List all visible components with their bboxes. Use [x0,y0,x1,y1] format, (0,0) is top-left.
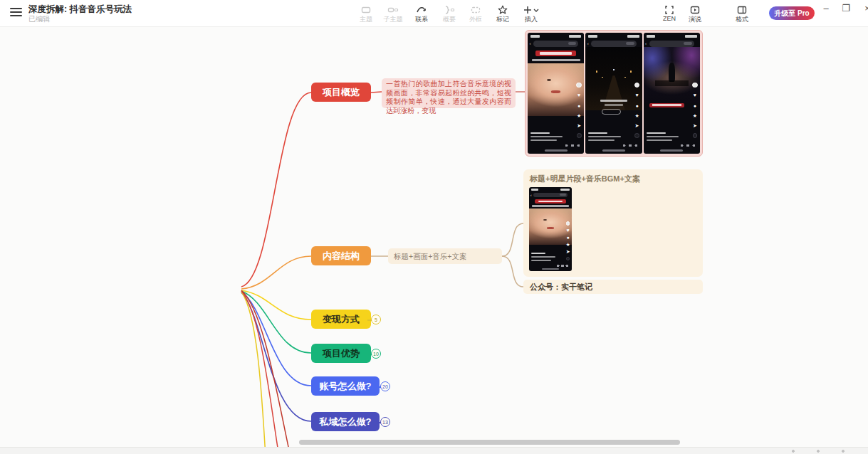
video-screenshot-2: ‹ ♥● ★➤ [585,33,642,154]
topic-structure[interactable]: 内容结构 [311,246,371,265]
zen-mode-icon [656,3,683,15]
toolbar-insert-button[interactable]: 插入 [518,3,545,24]
hamburger-menu-icon[interactable] [10,8,22,17]
bottom-status-bar [0,447,868,454]
star-marker-icon [489,3,516,15]
toolbar-topic-button[interactable]: 主题 [352,3,380,24]
avatar-icon [576,83,581,88]
toolbar-boundary-button[interactable]: 外框 [462,3,489,24]
topic-icon [352,3,380,15]
wechat-account-note[interactable]: 公众号：实干笔记 [523,280,703,294]
action-rail-icons: ♥● ★➤ [691,83,699,138]
toolbar-zen-button[interactable]: ZEN [656,3,683,22]
toolbar-present-button[interactable]: 演说 [681,3,708,24]
structure-note[interactable]: 标题+画面+音乐+文案 [388,248,502,264]
summary-icon [436,3,463,15]
topic-private[interactable]: 私域怎么做? [311,412,380,431]
subtopic-icon [380,3,407,15]
structure-detail-box[interactable]: 标题+明星片段+音乐BGM+文案 ‹ ♥● ★➤ [523,169,703,277]
toolbar-subtopic-button[interactable]: 子主题 [380,3,407,24]
action-rail-icons: ♥● ★➤ [565,221,570,260]
collapse-badge-private[interactable]: 13 [380,417,390,427]
horizontal-scrollbar[interactable] [299,440,680,445]
favorite-icon: ★ [577,113,581,118]
upgrade-pro-button[interactable]: 升级至 Pro [769,6,815,20]
music-disc-icon [577,133,582,138]
collapse-badge-monetize[interactable]: 5 [371,315,381,324]
plus-insert-icon [518,3,545,15]
topic-overview[interactable]: 项目概览 [311,83,371,102]
search-bar-icon [533,41,578,47]
relationship-icon [408,3,435,15]
window-minimize-button[interactable]: – [819,3,833,14]
collapse-badge-advantage[interactable]: 10 [371,349,381,359]
video-screenshot-3: ‹ ♥● ★➤ [644,33,700,154]
toolbar-marker-button[interactable]: 标记 [489,3,516,24]
window-restore-button[interactable]: ❐ [839,3,853,14]
share-icon: ➤ [577,123,581,128]
topic-account[interactable]: 账号怎么做? [311,376,380,396]
format-panel-icon [728,3,755,15]
toolbar-format-button[interactable]: 格式 [728,3,755,24]
collapse-badge-account[interactable]: 20 [380,381,390,391]
video-screenshot-1: ‹ ♥ ●★ ➤ [528,33,584,154]
document-save-status: 已编辑 [28,14,50,24]
structure-detail-text: 标题+明星片段+音乐BGM+文案 [530,174,640,184]
video-screenshot-gallery[interactable]: ‹ ♥ ●★ ➤ ‹ ♥● ★➤ ‹ [525,30,703,157]
like-icon: ♥ [577,93,580,97]
overview-note[interactable]: 一首热门的歌曲加上符合音乐意境的视频画面，非常容易起粉丝的共鸣，短视频制作简单，… [382,78,516,108]
toolbar-summary-button[interactable]: 概要 [436,3,463,24]
action-rail-icons: ♥● ★➤ [634,83,641,138]
top-toolbar: 深度拆解: 抖音音乐号玩法 已编辑 主题 子主题 联系 概要 外框 标记 插入 [0,0,868,27]
zoom-controls-faint [790,450,847,453]
play-presentation-icon [681,3,708,15]
comment-icon: ● [577,103,580,108]
toolbar-relationship-button[interactable]: 联系 [408,3,435,24]
window-close-button[interactable]: × [860,3,868,14]
topic-monetize[interactable]: 变现方式 [311,310,371,329]
video-screenshot-mini: ‹ ♥● ★➤ [529,187,572,271]
topic-advantage[interactable]: 项目优势 [311,344,371,363]
action-rail-icons: ♥ ●★ ➤ [575,83,582,138]
boundary-icon [462,3,489,15]
